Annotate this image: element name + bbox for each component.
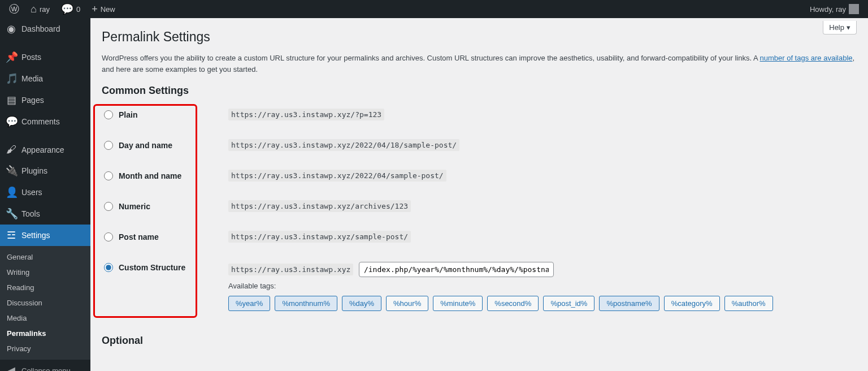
- submenu-permalinks[interactable]: Permalinks: [0, 326, 90, 341]
- custom-prefix: https://ray.us3.instawp.xyz: [228, 264, 353, 275]
- comment-count: 0: [76, 5, 80, 14]
- option-plain[interactable]: Plain: [104, 110, 224, 119]
- radio-numeric[interactable]: [104, 202, 113, 211]
- page-title: Permalink Settings: [102, 18, 857, 48]
- common-settings-heading: Common Settings: [102, 85, 857, 97]
- site-link[interactable]: ⌂ray: [26, 0, 54, 18]
- comment-icon: 💬: [6, 115, 17, 128]
- plus-icon: +: [92, 3, 98, 15]
- help-tab[interactable]: Help▾: [823, 21, 857, 34]
- radio-month-name[interactable]: [104, 171, 113, 180]
- sliders-icon: ☲: [6, 229, 17, 241]
- comment-icon: 💬: [61, 3, 73, 15]
- plug-icon: 🔌: [6, 165, 17, 177]
- intro-text: WordPress offers you the ability to crea…: [102, 53, 857, 75]
- menu-pages[interactable]: ▤Pages: [0, 89, 90, 111]
- submenu-writing[interactable]: Writing: [0, 265, 90, 280]
- radio-day-name[interactable]: [104, 141, 113, 150]
- custom-structure-input[interactable]: [359, 262, 554, 277]
- tag-button[interactable]: %hour%: [386, 296, 428, 311]
- tag-button[interactable]: %day%: [342, 296, 381, 311]
- submenu-reading[interactable]: Reading: [0, 280, 90, 295]
- available-tags-label: Available tags:: [228, 282, 854, 290]
- option-custom[interactable]: Custom Structure: [104, 263, 224, 272]
- dashboard-icon: ◉: [6, 23, 17, 35]
- page-icon: ▤: [6, 94, 17, 106]
- tag-button[interactable]: %year%: [228, 296, 270, 311]
- howdy-text: Howdy, ray: [810, 5, 846, 14]
- submenu-general[interactable]: General: [0, 249, 90, 265]
- site-name: ray: [40, 5, 50, 14]
- radio-custom[interactable]: [104, 263, 113, 272]
- example-month-name: https://ray.us3.instawp.xyz/2022/04/samp…: [228, 170, 446, 182]
- tag-button[interactable]: %category%: [664, 296, 720, 311]
- submenu-privacy[interactable]: Privacy: [0, 341, 90, 356]
- howdy-link[interactable]: Howdy, ray: [805, 0, 863, 18]
- option-numeric[interactable]: Numeric: [104, 202, 224, 211]
- collapse-menu[interactable]: ◀Collapse menu: [0, 360, 90, 371]
- tag-button[interactable]: %post_id%: [543, 296, 594, 311]
- tag-button[interactable]: %postname%: [599, 296, 659, 311]
- menu-comments[interactable]: 💬Comments: [0, 111, 90, 132]
- tag-button[interactable]: %author%: [724, 296, 773, 311]
- avatar: [849, 4, 859, 14]
- tag-button[interactable]: %minute%: [433, 296, 483, 311]
- admin-sidebar: ◉Dashboard 📌Posts 🎵Media ▤Pages 💬Comment…: [0, 18, 90, 371]
- collapse-icon: ◀: [6, 364, 17, 371]
- option-day-name[interactable]: Day and name: [104, 141, 224, 150]
- example-numeric: https://ray.us3.instawp.xyz/archives/123: [228, 200, 411, 212]
- chevron-down-icon: ▾: [847, 23, 850, 32]
- menu-media[interactable]: 🎵Media: [0, 68, 90, 89]
- user-icon: 👤: [6, 186, 17, 199]
- tags-row: %year%%monthnum%%day%%hour%%minute%%seco…: [228, 296, 854, 311]
- menu-dashboard[interactable]: ◉Dashboard: [0, 18, 90, 40]
- main-content: Help▾ Permalink Settings WordPress offer…: [90, 18, 868, 371]
- comments-link[interactable]: 💬0: [57, 0, 85, 18]
- menu-posts[interactable]: 📌Posts: [0, 46, 90, 68]
- optional-heading: Optional: [102, 335, 857, 347]
- wp-logo[interactable]: ⓦ: [5, 0, 24, 18]
- example-post-name: https://ray.us3.instawp.xyz/sample-post/: [228, 231, 411, 243]
- menu-appearance[interactable]: 🖌Appearance: [0, 139, 90, 160]
- submenu-media[interactable]: Media: [0, 310, 90, 326]
- submenu-discussion[interactable]: Discussion: [0, 295, 90, 310]
- wrench-icon: 🔧: [6, 208, 17, 220]
- permalink-options-table: Plain https://ray.us3.instawp.xyz/?p=123…: [102, 99, 857, 321]
- example-day-name: https://ray.us3.instawp.xyz/2022/04/18/s…: [228, 139, 459, 151]
- pin-icon: 📌: [6, 51, 17, 63]
- admin-topbar: ⓦ ⌂ray 💬0 +New Howdy, ray: [0, 0, 868, 18]
- radio-plain[interactable]: [104, 110, 113, 119]
- tag-button[interactable]: %monthnum%: [275, 296, 337, 311]
- example-plain: https://ray.us3.instawp.xyz/?p=123: [228, 109, 384, 120]
- tag-button[interactable]: %second%: [487, 296, 539, 311]
- menu-plugins[interactable]: 🔌Plugins: [0, 160, 90, 182]
- option-month-name[interactable]: Month and name: [104, 171, 224, 180]
- option-post-name[interactable]: Post name: [104, 232, 224, 241]
- tags-link[interactable]: number of tags are available: [760, 54, 852, 62]
- home-icon: ⌂: [31, 3, 37, 15]
- menu-users[interactable]: 👤Users: [0, 182, 90, 203]
- menu-tools[interactable]: 🔧Tools: [0, 203, 90, 225]
- wordpress-icon: ⓦ: [9, 2, 19, 16]
- brush-icon: 🖌: [6, 144, 17, 156]
- media-icon: 🎵: [6, 72, 17, 85]
- settings-submenu: General Writing Reading Discussion Media…: [0, 246, 90, 360]
- new-content-link[interactable]: +New: [87, 0, 120, 18]
- menu-settings[interactable]: ☲Settings: [0, 225, 90, 246]
- new-label: New: [101, 5, 115, 14]
- radio-post-name[interactable]: [104, 232, 113, 241]
